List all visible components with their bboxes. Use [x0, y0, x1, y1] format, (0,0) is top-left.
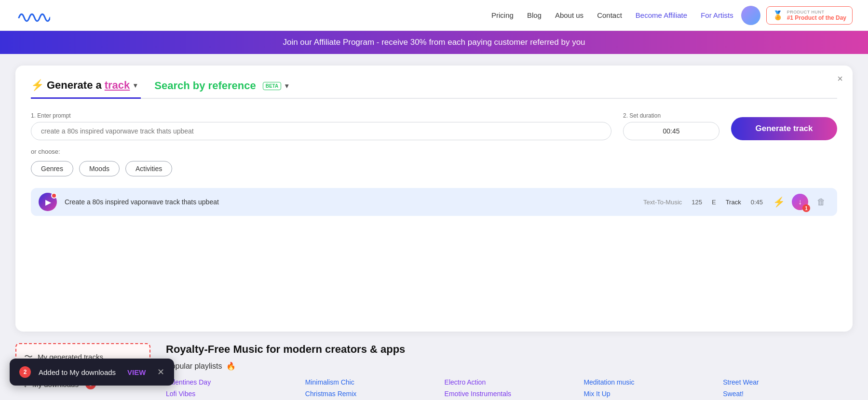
playlist-grid: Valentines Day Minimalism Chic Electro A…	[166, 378, 853, 398]
list-item[interactable]: Electro Action	[445, 378, 574, 386]
toast-view-button[interactable]: VIEW	[127, 368, 146, 376]
list-item[interactable]: Minimalism Chic	[305, 378, 435, 386]
download-icon: ↓	[798, 198, 802, 206]
chevron-down-icon: ▾	[134, 81, 137, 89]
tab-generate-word: track	[105, 79, 130, 92]
prompt-group: 1. Enter prompt	[31, 112, 611, 140]
nav-pricing[interactable]: Pricing	[491, 11, 514, 19]
delete-button[interactable]: 🗑	[813, 194, 829, 210]
lightning-icon: ⚡	[773, 196, 785, 208]
track-key: E	[712, 199, 716, 206]
tab-generate-prefix: Generate a	[47, 79, 102, 92]
trophy-icon: 🏅	[773, 10, 783, 21]
beta-badge: BETA	[263, 82, 281, 90]
nav-about[interactable]: About us	[555, 11, 583, 19]
track-title: Create a 80s inspired vaporwave track th…	[65, 198, 636, 206]
list-item[interactable]: Sweat!	[723, 390, 853, 398]
ph-badge-text: PRODUCT HUNT #1 Product of the Day	[787, 10, 846, 21]
duration-label: 2. Set duration	[623, 112, 719, 119]
toast-message: Added to My downloads	[39, 368, 116, 376]
pill-moods[interactable]: Moods	[79, 161, 120, 176]
duration-group: 2. Set duration	[623, 112, 719, 140]
page-title: Royalty-Free Music for modern creators &…	[166, 343, 853, 356]
prompt-input[interactable]	[31, 122, 611, 140]
generate-track-button[interactable]: Generate track	[731, 117, 837, 140]
product-hunt-badge[interactable]: 🏅 PRODUCT HUNT #1 Product of the Day	[766, 6, 853, 25]
pill-row: Genres Moods Activities	[31, 161, 837, 176]
track-actions: ⚡ ↓ 1 🗑	[771, 194, 829, 210]
navbar: Pricing Blog About us Contact Become Aff…	[0, 0, 868, 31]
tab-search-label: Search by reference	[154, 80, 256, 92]
download-button[interactable]: ↓ 1	[792, 194, 808, 210]
track-type: Text-To-Music	[643, 199, 682, 206]
list-item[interactable]: Valentines Day	[166, 378, 296, 386]
nav-blog[interactable]: Blog	[527, 11, 542, 19]
popular-playlists-label: Popular playlists 🔥	[166, 361, 853, 371]
pill-genres[interactable]: Genres	[31, 161, 73, 176]
nav-artists[interactable]: For Artists	[701, 11, 733, 19]
or-choose-label: or choose:	[31, 148, 837, 155]
navbar-links: Pricing Blog About us Contact Become Aff…	[491, 11, 733, 19]
recording-dot	[51, 193, 57, 199]
play-icon: ▶	[45, 198, 51, 207]
banner-text: Join our Affiliate Program - receive 30%…	[283, 38, 585, 47]
list-item[interactable]: Christmas Remix	[305, 390, 435, 398]
toast-badge: 2	[19, 366, 31, 378]
track-bpm: 125	[692, 199, 702, 206]
toast-notification: 2 Added to My downloads VIEW ✕	[10, 359, 174, 386]
list-item[interactable]: Meditation music	[583, 378, 713, 386]
track-row: ▶ Create a 80s inspired vaporwave track …	[31, 188, 837, 216]
form-row: 1. Enter prompt 2. Set duration Generate…	[31, 112, 837, 140]
pill-activities[interactable]: Activities	[125, 161, 172, 176]
close-icon[interactable]: ✕	[157, 367, 164, 377]
fire-icon: 🔥	[226, 361, 236, 371]
affiliate-banner[interactable]: Join our Affiliate Program - receive 30%…	[0, 31, 868, 54]
tab-generate[interactable]: ⚡ Generate a track ▾	[31, 79, 141, 99]
lightning-icon: ⚡	[31, 79, 44, 92]
close-button[interactable]: ×	[837, 73, 843, 84]
list-item[interactable]: Lofi Vibes	[166, 390, 296, 398]
duration-input[interactable]	[623, 122, 719, 140]
chevron-down-icon-search: ▾	[285, 82, 288, 90]
track-meta: Text-To-Music 125 E Track 0:45	[643, 199, 763, 206]
logo[interactable]	[15, 8, 50, 23]
download-badge: 1	[802, 204, 810, 212]
main-area: × ⚡ Generate a track ▾ Search by referen…	[0, 54, 868, 343]
trash-icon: 🗑	[817, 197, 826, 207]
generator-tabs: ⚡ Generate a track ▾ Search by reference…	[31, 79, 837, 99]
generator-card: × ⚡ Generate a track ▾ Search by referen…	[15, 66, 853, 332]
content-area: Royalty-Free Music for modern creators &…	[166, 343, 853, 400]
prompt-label: 1. Enter prompt	[31, 112, 611, 119]
list-item[interactable]: Mix It Up	[583, 390, 713, 398]
ph-label: PRODUCT HUNT	[787, 10, 846, 14]
list-item[interactable]: Emotive Instrumentals	[445, 390, 574, 398]
track-duration: 0:45	[751, 199, 763, 206]
ph-title: #1 Product of the Day	[787, 14, 846, 21]
avatar[interactable]	[741, 6, 760, 25]
tab-search[interactable]: Search by reference BETA ▾	[141, 80, 288, 98]
list-item[interactable]: Street Wear	[723, 378, 853, 386]
regenerate-button[interactable]: ⚡	[771, 194, 787, 210]
nav-contact[interactable]: Contact	[597, 11, 622, 19]
track-label: Track	[726, 199, 741, 206]
play-button[interactable]: ▶	[39, 193, 57, 211]
nav-affiliate[interactable]: Become Affiliate	[636, 11, 687, 19]
